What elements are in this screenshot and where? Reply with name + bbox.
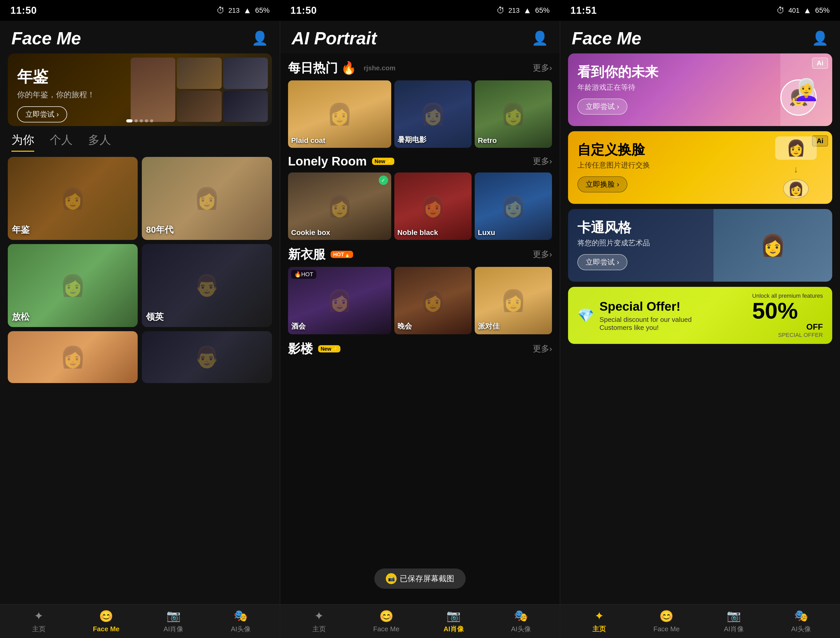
offer-icon: 💎 — [577, 307, 594, 323]
nav-section-3: ✦ 主页 😊 Face Me 📷 AI肖像 🎭 AI头像 — [560, 609, 840, 633]
panel3-content: 看到你的未来 年龄游戏正在等待 立即尝试 › Ai 👧 👩‍🦳 自定义换脸 上传… — [560, 54, 840, 604]
signal-2: 213 — [508, 6, 519, 14]
portrait-summer[interactable]: 👩 暑期电影 — [394, 81, 472, 148]
portrait-plaidcoat[interactable]: 👩 Plaid coat — [288, 81, 391, 148]
tab-individual[interactable]: 个人 — [50, 132, 73, 152]
grid-item-extra1[interactable]: 👩 — [8, 331, 138, 383]
noble-label: Noble black — [398, 228, 438, 237]
more-btn-studio[interactable]: 更多› — [533, 343, 552, 355]
tab-for-you[interactable]: 为你 — [11, 132, 34, 152]
faceswap-images: 👩 ↓ 👩 — [767, 136, 824, 199]
nav-label-home-2: 主页 — [313, 625, 326, 633]
nav-label-faceme-2: Face Me — [373, 625, 399, 633]
aiportrait-icon-2: 📷 — [447, 609, 461, 622]
panel2-app-title: AI Portrait — [292, 28, 377, 48]
nav-item-faceme-2[interactable]: 😊 Face Me — [371, 610, 402, 633]
section-title-newclothes: 新衣服 HOT🔥 — [288, 246, 353, 263]
more-btn-newclothes[interactable]: 更多› — [533, 249, 552, 260]
content-tabs: 为你 个人 多人 — [0, 132, 280, 152]
portrait-party[interactable]: 👩 派对佳 — [475, 267, 552, 334]
saved-toast: 📷 已保存屏幕截图 — [374, 568, 466, 589]
nav-item-aihead-2[interactable]: 🎭 AI头像 — [505, 609, 537, 633]
dot-2 — [134, 119, 138, 122]
promo-card-faceswap[interactable]: 自定义换脸 上传任意图片进行交换 立即换脸 › Ai 👩 ↓ 👩 — [568, 131, 832, 204]
nav-item-aihead-3[interactable]: 🎭 AI头像 — [786, 609, 817, 633]
promo-text-faceswap: 自定义换脸 上传任意图片进行交换 立即换脸 › — [577, 142, 650, 192]
portrait-row-lonely: 👩 ✓ Cookie box 👩 Noble black 👩 Luxu — [288, 173, 552, 240]
nav-item-home-3[interactable]: ✦ 主页 — [584, 609, 615, 633]
banner-text: 年鉴 你的年鉴，你的旅程！ 立即尝试 › — [17, 66, 95, 122]
grid-item-yearbook[interactable]: 👩 年鉴 — [8, 157, 138, 240]
grid-item-80s[interactable]: 👩 80年代 — [142, 157, 272, 240]
grid-item-leader[interactable]: 👨 领英 — [142, 244, 272, 327]
nav-label-aiportrait-1: AI肖像 — [164, 625, 183, 633]
nav-item-home-1[interactable]: ✦ 主页 — [23, 609, 54, 633]
promo-btn-cartoon[interactable]: 立即尝试 › — [577, 254, 627, 270]
section-header-lonely: Lonely Room New✨ 更多› — [288, 154, 552, 168]
panel1-user-icon[interactable]: 👤 — [251, 30, 268, 46]
signal-1: 213 — [228, 6, 240, 14]
grid-item-relax[interactable]: 👩 放松 — [8, 244, 138, 327]
offer-text: Special Offer! Special discount for our … — [599, 299, 747, 332]
nav-item-aiportrait-1[interactable]: 📷 AI肖像 — [158, 609, 189, 633]
watermark: rjshe.com — [364, 64, 396, 72]
wifi-icon-2: ▲ — [523, 6, 532, 15]
party-label: 派对佳 — [478, 321, 500, 331]
status-icons-3: ⏱ 401 ▲ 65% — [777, 6, 830, 15]
special-offer-content: 💎 Special Offer! Special discount for ou… — [568, 287, 832, 344]
panel3-user-icon[interactable]: 👤 — [812, 30, 829, 46]
time-3: 11:51 — [570, 5, 597, 16]
more-btn-daily[interactable]: 更多› — [533, 62, 552, 74]
section-title-studio: 影楼 New✨ — [288, 340, 340, 357]
dot-3 — [140, 119, 143, 122]
summer-label: 暑期电影 — [398, 135, 426, 145]
faceswap-img2: 👩 — [783, 179, 809, 199]
promo-card-special[interactable]: 💎 Special Offer! Special discount for ou… — [568, 287, 832, 344]
offer-percent: Unlock all premium features 50% OFF SPEC… — [752, 293, 823, 339]
nav-item-aiportrait-2[interactable]: 📷 AI肖像 — [438, 609, 469, 633]
nav-section-2: ✦ 主页 😊 Face Me 📷 AI肖像 🎭 AI头像 — [280, 609, 560, 633]
promo-btn-future[interactable]: 立即尝试 › — [577, 98, 627, 115]
panel-faceme-left: Face Me 👤 年鉴 你的年鉴，你的旅程！ 立即尝试 › — [0, 21, 280, 638]
status-section-2: 11:50 ⏱ 213 ▲ 65% — [280, 5, 560, 16]
nav-item-home-2[interactable]: ✦ 主页 — [303, 609, 335, 633]
promo-card-cartoon[interactable]: 卡通风格 将您的照片变成艺术品 立即尝试 › Ai 👩 — [568, 209, 832, 282]
battery-2: 65% — [535, 6, 549, 14]
section-title-daily: 每日热门 🔥 rjshe.com — [288, 60, 396, 76]
evening-label: 晚会 — [398, 321, 412, 331]
portrait-cookiebox[interactable]: 👩 ✓ Cookie box — [288, 173, 391, 240]
cookiebox-label: Cookie box — [291, 228, 330, 237]
portrait-cocktail[interactable]: 👩 🔥HOT 酒会 — [288, 267, 391, 334]
more-btn-lonely[interactable]: 更多› — [533, 156, 552, 167]
status-section-1: 11:50 ⏱ 213 ▲ 65% — [0, 5, 280, 16]
toast-icon: 📷 — [386, 573, 397, 584]
banner-title: 年鉴 — [17, 66, 95, 87]
promo-btn-faceswap[interactable]: 立即换脸 › — [577, 176, 627, 192]
portrait-evening[interactable]: 👩 晚会 — [394, 267, 472, 334]
nav-item-faceme-3[interactable]: 😊 Face Me — [651, 610, 682, 633]
bottom-nav-2: ✦ 主页 😊 Face Me 📷 AI肖像 🎭 AI头像 — [280, 604, 560, 638]
retro-label: Retro — [478, 136, 497, 145]
yearbook-label: 年鉴 — [12, 224, 30, 236]
leader-label: 领英 — [146, 311, 164, 323]
dot-4 — [145, 119, 148, 122]
status-icons-2: ⏱ 213 ▲ 65% — [496, 6, 549, 15]
portrait-noble[interactable]: 👩 Noble black — [394, 173, 472, 240]
portrait-luxu[interactable]: 👩 Luxu — [475, 173, 552, 240]
banner[interactable]: 年鉴 你的年鉴，你的旅程！ 立即尝试 › — [8, 54, 272, 126]
promo-card-future[interactable]: 看到你的未来 年龄游戏正在等待 立即尝试 › Ai 👧 👩‍🦳 — [568, 54, 832, 126]
nav-section-1: ✦ 主页 😊 Face Me 📷 AI肖像 🎭 AI头像 — [0, 609, 280, 633]
grid-item-extra2[interactable]: 👨 — [142, 331, 272, 383]
bottom-nav-3: ✦ 主页 😊 Face Me 📷 AI肖像 🎭 AI头像 — [560, 604, 840, 638]
nav-item-aiportrait-3[interactable]: 📷 AI肖像 — [718, 609, 749, 633]
nav-item-faceme-1[interactable]: 😊 Face Me — [90, 610, 122, 633]
banner-subtitle: 你的年鉴，你的旅程！ — [17, 89, 95, 100]
nav-item-aihead-1[interactable]: 🎭 AI头像 — [225, 609, 256, 633]
banner-try-button[interactable]: 立即尝试 › — [17, 106, 67, 122]
panel3-header: Face Me 👤 — [560, 21, 840, 54]
portrait-retro[interactable]: 👩 Retro — [475, 81, 552, 148]
panel2-user-icon[interactable]: 👤 — [532, 30, 548, 46]
status-section-3: 11:51 ⏱ 401 ▲ 65% — [560, 5, 840, 16]
tab-multi[interactable]: 多人 — [88, 132, 111, 152]
nav-label-faceme-1: Face Me — [93, 625, 120, 633]
